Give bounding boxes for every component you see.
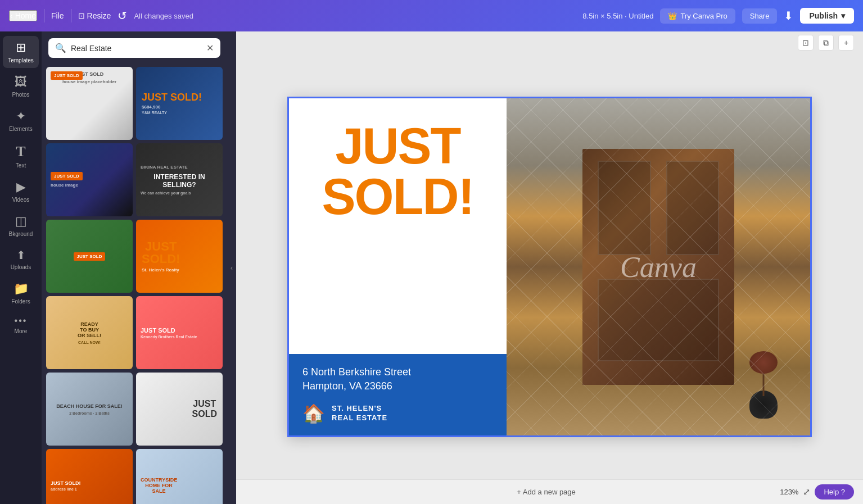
try-pro-label: Try Canva Pro — [680, 12, 727, 20]
uploads-label: Uploads — [11, 264, 31, 270]
file-button[interactable]: File — [51, 11, 64, 20]
elements-label: Elements — [9, 126, 33, 132]
templates-grid: JUST SOLD house image placeholder JUST S… — [42, 65, 227, 504]
template-label: JUST SOLD — [51, 71, 83, 80]
photos-icon: 🖼 — [15, 75, 27, 89]
sidebar-item-elements[interactable]: ✦ Elements — [3, 105, 39, 137]
canvas-bottom-bar: + Add a new page 123% ⤢ Help ? — [236, 479, 863, 504]
card-right-panel: Canva — [507, 98, 810, 435]
just-sold-line1: JUST — [335, 118, 460, 174]
add-page-button[interactable]: + Add a new page — [517, 488, 575, 496]
template-card[interactable]: JUST SOLD house image — [46, 143, 133, 216]
zoom-level: 123% — [780, 488, 798, 496]
template-card[interactable]: READYTO BUYOR SELL! CALL NOW! — [46, 296, 133, 369]
zoom-fit-icon: ⤢ — [803, 487, 810, 497]
search-input[interactable] — [71, 44, 202, 53]
templates-icon: ⊞ — [16, 40, 26, 55]
share-button[interactable]: Share — [742, 8, 778, 24]
sidebar-item-videos[interactable]: ▶ Videos — [3, 175, 39, 207]
photos-label: Photos — [12, 92, 29, 98]
frame-tool-button[interactable]: ⊡ — [798, 35, 814, 51]
just-sold-badge: JUST SOLD — [51, 172, 83, 180]
template-card[interactable]: JUSTSOLD — [136, 373, 223, 446]
sidebar-item-more[interactable]: ••• More — [3, 311, 39, 339]
doc-title: 8.5in × 5.5in · Untitled — [582, 12, 653, 20]
sidebar-item-uploads[interactable]: ⬆ Uploads — [3, 244, 39, 275]
add-page-label: + Add a new page — [517, 488, 575, 496]
sidebar-item-background[interactable]: ◫ Bkground — [3, 210, 39, 242]
background-label: Bkground — [9, 231, 33, 237]
canvas-area: ⊡ ⧉ + JUST SOLD! 6 North Berk — [236, 31, 863, 504]
brand-section: 🏠 ST. HELEN'S REAL ESTATE — [302, 403, 493, 424]
undo-button[interactable]: ↺ — [118, 9, 127, 22]
text-icon: T — [16, 143, 25, 160]
folders-icon: 📁 — [13, 281, 29, 296]
videos-icon: ▶ — [16, 180, 26, 194]
main-layout: ⊞ Templates 🖼 Photos ✦ Elements T Text ▶… — [0, 31, 863, 504]
divider-2 — [71, 9, 71, 22]
text-label: Text — [16, 162, 26, 169]
canvas-toolbar: ⊡ ⧉ + — [236, 31, 863, 54]
publish-label: Publish — [809, 11, 838, 20]
help-label: Help ? — [824, 488, 845, 496]
just-sold-line2: SOLD! — [322, 169, 474, 225]
property-address[interactable]: 6 North Berkshire Street Hampton, VA 236… — [302, 365, 493, 393]
sidebar-item-templates[interactable]: ⊞ Templates — [3, 36, 39, 68]
elements-icon: ✦ — [16, 109, 26, 124]
resize-button[interactable]: ⊡ Resize — [78, 11, 111, 20]
topbar: ‹ Home File ⊡ Resize ↺ All changes saved… — [0, 0, 863, 31]
home-button[interactable]: ‹ Home — [9, 10, 37, 21]
background-icon: ◫ — [15, 214, 27, 229]
template-card[interactable]: JUST SOLD! $684,900 Y&M REALTY — [136, 67, 223, 140]
house-icon: 🏠 — [302, 403, 325, 424]
templates-label: Templates — [8, 57, 34, 63]
uploads-icon: ⬆ — [16, 248, 26, 262]
home-label: Home — [15, 11, 36, 20]
file-label: File — [51, 11, 64, 20]
share-label: Share — [750, 12, 770, 20]
more-label: More — [15, 328, 28, 334]
crown-icon: 👑 — [668, 12, 677, 20]
template-card[interactable]: COUNTRYSIDEHOME FORSALE — [136, 449, 223, 504]
template-card[interactable]: BIKINA REAL ESTATE INTERESTED IN SELLING… — [136, 143, 223, 216]
canvas-wrapper[interactable]: JUST SOLD! 6 North Berkshire Street Hamp… — [236, 54, 863, 479]
copy-tool-button[interactable]: ⧉ — [818, 35, 834, 51]
sidebar-item-photos[interactable]: 🖼 Photos — [3, 70, 39, 102]
just-sold-orange-text: JUSTSOLD! — [142, 240, 180, 265]
template-card[interactable]: JUST SOLD — [46, 220, 133, 293]
template-card[interactable]: JUST SOLD! address line 1 — [46, 449, 133, 504]
sidebar-item-folders[interactable]: 📁 Folders — [3, 277, 39, 309]
sidebar: ⊞ Templates 🖼 Photos ✦ Elements T Text ▶… — [0, 31, 42, 504]
zoom-fit-button[interactable]: ⤢ — [803, 487, 810, 497]
download-button[interactable]: ⬇ — [784, 9, 793, 22]
zoom-controls: 123% ⤢ Help ? — [780, 484, 854, 500]
address-line2: Hampton, VA 23666 — [302, 380, 392, 392]
chevron-down-icon: ▾ — [841, 11, 845, 20]
template-card[interactable]: JUST SOLD Kennedy Brothers Real Estate — [136, 296, 223, 369]
sidebar-item-text[interactable]: T Text — [3, 139, 39, 173]
house-photo: Canva — [507, 98, 810, 435]
panel-collapse-handle[interactable]: ‹ — [227, 31, 236, 504]
template-card[interactable]: JUST SOLD house image placeholder JUST S… — [46, 67, 133, 140]
search-clear-button[interactable]: ✕ — [206, 43, 214, 53]
folders-label: Folders — [11, 298, 30, 305]
template-card[interactable]: BEACH HOUSE FOR SALE! 2 Bedrooms · 2 Bat… — [46, 373, 133, 446]
plus-icon: + — [844, 38, 848, 47]
template-badge: JUST SOLD — [74, 252, 106, 261]
brand-name[interactable]: ST. HELEN'S REAL ESTATE — [332, 404, 387, 423]
help-button[interactable]: Help ? — [815, 484, 854, 500]
just-sold-heading[interactable]: JUST SOLD! — [309, 98, 487, 233]
templates-panel: 🔍 ✕ JUST SOLD house image placeholder JU… — [42, 31, 227, 504]
template-card[interactable]: JUSTSOLD! St. Helen's Realty — [136, 220, 223, 293]
add-tool-button[interactable]: + — [838, 35, 854, 51]
saved-status: All changes saved — [134, 12, 193, 20]
frame-icon: ⊡ — [802, 38, 809, 47]
search-bar: 🔍 ✕ — [48, 38, 220, 58]
canvas-card[interactable]: JUST SOLD! 6 North Berkshire Street Hamp… — [287, 97, 812, 437]
address-line1: 6 North Berkshire Street — [302, 366, 411, 378]
publish-button[interactable]: Publish ▾ — [800, 8, 854, 24]
card-blue-bottom: 6 North Berkshire Street Hampton, VA 236… — [289, 354, 507, 435]
copy-icon: ⧉ — [823, 38, 829, 48]
chevron-left-icon: ‹ — [10, 11, 13, 20]
try-pro-button[interactable]: 👑 Try Canva Pro — [660, 8, 735, 24]
